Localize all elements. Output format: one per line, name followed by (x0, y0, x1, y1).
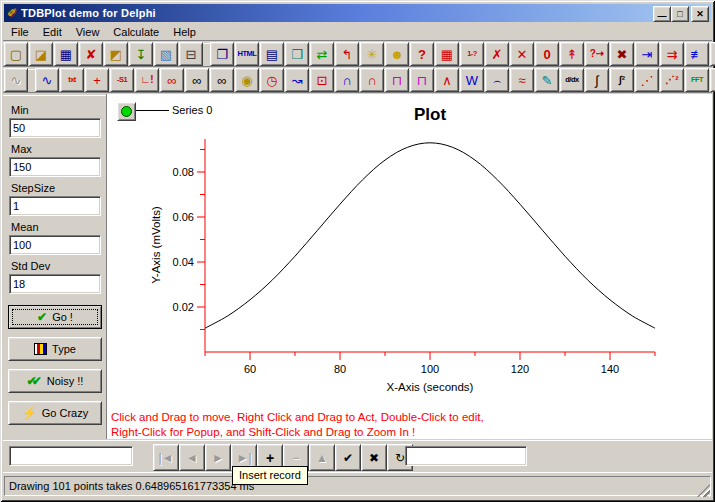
nav-edit-button: ▲ (309, 444, 335, 471)
clock-help-button[interactable]: ◷ (260, 68, 284, 92)
min-input[interactable] (9, 118, 101, 138)
print-button[interactable]: ⊟ (179, 42, 203, 66)
swap-axes-button[interactable]: ⇄ (310, 42, 334, 66)
delete-file-button[interactable]: ✘ (79, 42, 103, 66)
search-values-button[interactable]: ∞ (185, 68, 209, 92)
series-tags-icon: -S1 (117, 76, 127, 84)
spike-up-button[interactable]: ↟ (560, 42, 584, 66)
list-export-button[interactable]: ⇥ (635, 42, 659, 66)
delete-all-icon: ✗ (492, 48, 503, 61)
max-input[interactable] (9, 157, 101, 177)
list-order-button[interactable]: 1-? (460, 42, 484, 66)
zero-baseline-button[interactable]: ≈ (510, 68, 534, 92)
binoculars-button[interactable]: ∞ (210, 68, 234, 92)
revert-folder-icon: ◩ (110, 48, 122, 61)
next-icon: ► (212, 452, 224, 464)
delete-all-button[interactable]: ✗ (485, 42, 509, 66)
report-button[interactable]: ▤ (260, 42, 284, 66)
integral-button[interactable]: ∫ (585, 68, 609, 92)
query-step-button[interactable]: ?⇢ (585, 42, 609, 66)
fft-inverse-button[interactable]: FFT (710, 68, 715, 92)
small-peak-button[interactable]: ⌢ (485, 68, 509, 92)
chart-instructions: Click and Drag to move, Right Click and … (111, 410, 484, 440)
linear-fit-button[interactable]: ⋰ (635, 68, 659, 92)
list-transfer-icon: ⇉ (667, 48, 678, 61)
select-region-icon: ⊓ (392, 74, 402, 87)
type-label: Type (52, 343, 76, 355)
go-crazy-button[interactable]: ⚡Go Crazy (8, 401, 102, 425)
flash-curve-button[interactable]: ✳ (360, 42, 384, 66)
save-all-button[interactable]: ▦ (54, 42, 78, 66)
fft-forward-button[interactable]: FFT (685, 68, 709, 92)
noisy-wave-button[interactable]: W (460, 68, 484, 92)
users-button[interactable]: ☻ (385, 42, 409, 66)
select-region-button[interactable]: ⊓ (385, 68, 409, 92)
record-field-right-input[interactable] (405, 446, 527, 466)
search-values-icon: ∞ (192, 74, 201, 87)
menu-edit[interactable]: Edit (36, 24, 69, 40)
undo-arrow-button[interactable]: ↰ (335, 42, 359, 66)
series-visibility-toggle[interactable] (117, 102, 136, 121)
help-data-button[interactable]: ? (410, 42, 434, 66)
list-delete-button[interactable]: ≢ (685, 42, 709, 66)
nav-post-button[interactable]: ✔ (335, 444, 361, 471)
flash-curve-icon: ✳ (367, 48, 378, 61)
menu-help[interactable]: Help (166, 24, 203, 40)
minimize-button[interactable]: — (653, 6, 671, 22)
maximize-icon: □ (677, 9, 682, 19)
find-person-button[interactable]: ◉ (235, 68, 259, 92)
curve-arrow-button[interactable]: ↝ (285, 68, 309, 92)
export-image-button[interactable]: ▧ (154, 42, 178, 66)
paste-button[interactable]: ❒ (285, 42, 309, 66)
grab-peak-button[interactable]: ∩ (335, 68, 359, 92)
mean-input[interactable] (9, 235, 101, 255)
noisy-button[interactable]: ✔✔Noisy !! (8, 369, 102, 393)
menu-file[interactable]: File (4, 24, 36, 40)
chart-title: Plot (414, 105, 446, 124)
derivative-button[interactable]: d/dx (560, 68, 584, 92)
move-point-button[interactable]: + (85, 68, 109, 92)
chart-area[interactable]: Series 0 60801001201400.020.040.060.08Pl… (107, 94, 712, 439)
close-button[interactable]: ✕ (691, 6, 709, 22)
print-icon: ⊟ (186, 48, 197, 61)
zoom-box-button[interactable]: ⊡ (310, 68, 334, 92)
zero-button[interactable]: 0 (535, 42, 559, 66)
menu-calculate[interactable]: Calculate (106, 24, 166, 40)
record-field-left-input[interactable] (9, 446, 133, 466)
axis-alert-button[interactable]: ∟! (135, 68, 159, 92)
cancel-arrows-button[interactable]: ✖ (610, 42, 634, 66)
type-button[interactable]: Type (8, 337, 102, 361)
poly-fit-button[interactable]: ⋰² (660, 68, 684, 92)
std-dev-input[interactable] (9, 274, 101, 294)
export-html-button[interactable]: HTML (235, 42, 259, 66)
edit-curve-button[interactable]: ✎ (535, 68, 559, 92)
txt-export-button[interactable]: txt (60, 68, 84, 92)
list-transfer-button[interactable]: ⇉ (660, 42, 684, 66)
peak-points-button[interactable]: ∧ (435, 68, 459, 92)
chart-report-button[interactable]: ▦ (435, 42, 459, 66)
save-export-button[interactable]: ↧ (129, 42, 153, 66)
plot-canvas[interactable]: 60801001201400.020.040.060.08PlotX-Axis … (107, 94, 712, 439)
copy-button[interactable]: ❐ (210, 42, 234, 66)
new-file-button[interactable]: ▢ (4, 42, 28, 66)
zero-icon: 0 (543, 48, 550, 61)
integral-squared-button[interactable]: ∫² (610, 68, 634, 92)
grab-peak-red-button[interactable]: ∩ (360, 68, 384, 92)
axes-curve-button[interactable]: ∿ (35, 68, 59, 92)
auto-label-button[interactable]: A? (710, 42, 715, 66)
stepsize-input[interactable] (9, 196, 101, 216)
series-tags-button[interactable]: -S1 (110, 68, 134, 92)
revert-folder-button[interactable]: ◩ (104, 42, 128, 66)
nav-cancel-button[interactable]: ✖ (361, 444, 387, 471)
menu-view[interactable]: View (69, 24, 107, 40)
y-tick-label: 0.04 (173, 256, 194, 268)
select-region-red-button[interactable]: ⊓ (410, 68, 434, 92)
fft-forward-icon: FFT (691, 76, 703, 84)
maximize-button[interactable]: □ (671, 6, 689, 22)
series-line[interactable] (205, 143, 655, 328)
clear-chart-button[interactable]: ✕ (510, 42, 534, 66)
axis-search-button[interactable]: ∞ (160, 68, 184, 92)
mean-label: Mean (11, 221, 107, 233)
open-folder-button[interactable]: ◪ (29, 42, 53, 66)
go-button[interactable]: ✔Go ! (8, 305, 102, 329)
